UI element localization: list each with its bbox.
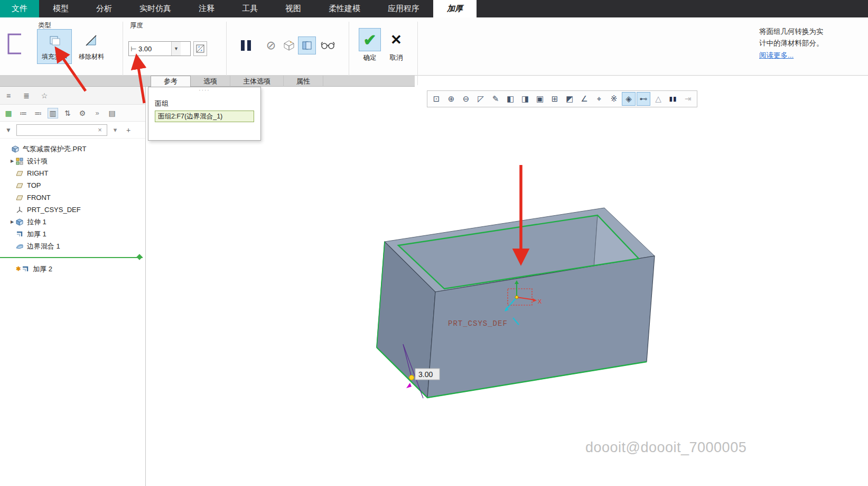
- zoom-region-icon[interactable]: ⊡: [430, 92, 443, 106]
- help-text: 将面组几何转换为实 计中的薄材料部分。 阅读更多...: [759, 26, 868, 61]
- preview-icon[interactable]: [298, 36, 316, 54]
- tree-filters-icon[interactable]: ⚙: [77, 108, 88, 118]
- cancel-label: 取消: [390, 53, 403, 62]
- new-feature-star-icon: ✱: [16, 265, 21, 272]
- thickness-input[interactable]: [138, 45, 171, 53]
- model-tree-icon[interactable]: ≡: [3, 90, 14, 101]
- cancel-button[interactable]: ✕ 取消: [385, 28, 408, 69]
- zoom-out-icon[interactable]: ⊖: [459, 92, 473, 106]
- feature-check-icon[interactable]: *: [280, 36, 298, 54]
- datum-plane-icon: [16, 170, 24, 177]
- expand-arrow-icon[interactable]: ▶: [8, 219, 16, 224]
- tree-root-part[interactable]: 气泵减震保护壳.PRT: [0, 143, 145, 155]
- pause-toolbar-icon[interactable]: ▮▮: [666, 92, 680, 106]
- list-compact-icon[interactable]: ≕: [33, 108, 43, 118]
- graphics-toolbar: ⊡ ⊕ ⊖ ◸ ✎ ◧ ◨ ▣ ⊞ ◩ ∠ ⌖ ※ ◈ ⊷ △ ▮▮ ⇥: [427, 90, 697, 107]
- panel-drag-handle[interactable]: ····: [148, 87, 260, 95]
- search-clear-icon[interactable]: ×: [95, 126, 105, 134]
- menu-tab-analysis[interactable]: 分析: [82, 0, 126, 17]
- thicken-icon: [16, 231, 24, 238]
- capture-icon[interactable]: ⊞: [548, 92, 562, 106]
- tree-item-right-plane[interactable]: RIGHT: [0, 167, 145, 179]
- tree-item-thicken-2[interactable]: ✱ 加厚 2: [0, 263, 145, 275]
- annotation-display-icon[interactable]: ⌖: [592, 92, 606, 106]
- csys-icon: [16, 206, 24, 214]
- menu-file[interactable]: 文件: [0, 0, 39, 17]
- read-more-link[interactable]: 阅读更多...: [759, 51, 794, 59]
- section-icon[interactable]: ◨: [518, 92, 532, 106]
- datum-display-icon[interactable]: ∠: [577, 92, 591, 106]
- group-separator: [417, 22, 418, 85]
- menu-tab-model[interactable]: 模型: [39, 0, 82, 17]
- tree-item-thicken-1[interactable]: 加厚 1: [0, 228, 145, 240]
- menu-tab-view[interactable]: 视图: [272, 0, 315, 17]
- menu-tab-tools[interactable]: 工具: [228, 0, 272, 17]
- thicken-dashboard: 类型 填充实体 移除材料 厚度 ⊢ ▼ ⊘ * ✔ 确定 ✕: [0, 17, 868, 76]
- tree-item-front-plane[interactable]: FRONT: [0, 191, 145, 204]
- list-detail-icon[interactable]: ≔: [18, 108, 29, 118]
- tree-search-box: ×: [16, 124, 107, 136]
- insertion-locator[interactable]: [0, 257, 143, 258]
- tree-item-boundary-blend-1[interactable]: 边界混合 1: [0, 240, 145, 252]
- thickness-dropdown-icon[interactable]: ▼: [171, 42, 181, 56]
- sort-icon[interactable]: ⇅: [62, 108, 73, 118]
- open-document-icon[interactable]: ▤: [107, 108, 117, 118]
- part-icon: [12, 145, 20, 153]
- dimension-handle: [409, 375, 414, 380]
- spin-center-icon[interactable]: ※: [607, 92, 621, 106]
- perspective-icon[interactable]: ◩: [563, 92, 576, 106]
- remove-material-label: 移除材料: [79, 52, 104, 61]
- ok-label: 确定: [363, 53, 377, 62]
- menu-tab-flexible-modeling[interactable]: 柔性建模: [315, 0, 374, 17]
- refit-icon[interactable]: ◸: [474, 92, 488, 106]
- more-chevron-icon[interactable]: »: [92, 108, 102, 118]
- tree-search-input[interactable]: [17, 126, 95, 134]
- help-line-2: 计中的薄材料部分。: [759, 38, 868, 49]
- expand-arrow-icon[interactable]: ▶: [8, 159, 16, 163]
- pause-bars: [241, 40, 251, 51]
- search-add-icon[interactable]: +: [123, 125, 134, 135]
- menu-tab-live-sim[interactable]: 实时仿真: [126, 0, 185, 17]
- thickness-field: ⊢ ▼: [128, 41, 191, 56]
- model-tree-panel: ≡ ≣ ☆ ▦ ≔ ≕ ▥ ⇅ ⚙ » ▤ ▼ × ▾ + 气泵减震保护壳.PR…: [0, 87, 146, 486]
- tree-item-extrude-1[interactable]: ▶ 拉伸 1: [0, 216, 145, 228]
- flip-side-button[interactable]: [193, 41, 207, 56]
- zoom-in-icon[interactable]: ⊕: [444, 92, 458, 106]
- glasses-icon[interactable]: [319, 36, 337, 54]
- view-normal-icon[interactable]: ⊷: [637, 92, 650, 106]
- menu-tab-applications[interactable]: 应用程序: [374, 0, 433, 17]
- layer-tree-icon[interactable]: ≣: [21, 90, 32, 101]
- graphics-area[interactable]: X PRT_CSYS_DEF 3.00: [146, 87, 868, 486]
- quilt-reference-field[interactable]: 面组2:F7(边界混合_1): [155, 111, 254, 122]
- tab-references[interactable]: 参考: [151, 76, 191, 87]
- view-manager-icon[interactable]: ▣: [533, 92, 547, 106]
- tab-options[interactable]: 选项: [191, 76, 230, 87]
- remove-material-button[interactable]: 移除材料: [74, 29, 109, 64]
- tree-item-csys[interactable]: PRT_CSYS_DEF: [0, 204, 145, 216]
- tree-item-design-items[interactable]: ▶ 设计项: [0, 155, 145, 167]
- tab-properties[interactable]: 属性: [284, 76, 323, 87]
- dimension-value: 3.00: [418, 370, 433, 379]
- axis-x-label: X: [538, 298, 542, 305]
- favorites-icon[interactable]: ☆: [39, 90, 50, 101]
- model-view: X PRT_CSYS_DEF 3.00: [146, 87, 868, 486]
- ok-button[interactable]: ✔ 确定: [358, 28, 381, 69]
- pause-icon[interactable]: [237, 36, 255, 54]
- orient-mode-icon[interactable]: ◈: [622, 92, 636, 106]
- appearance-icon[interactable]: ✎: [489, 92, 502, 106]
- tab-body-options[interactable]: 主体选项: [230, 76, 284, 87]
- show-icon[interactable]: ▦: [3, 108, 14, 118]
- filter-funnel-icon: ▼: [3, 125, 14, 135]
- display-style-icon[interactable]: ◧: [503, 92, 517, 106]
- columns-icon[interactable]: ▥: [48, 108, 58, 118]
- menu-tab-thicken-active[interactable]: 加厚: [433, 0, 477, 17]
- tree-item-top-plane[interactable]: TOP: [0, 179, 145, 191]
- search-dropdown-icon[interactable]: ▾: [110, 125, 120, 135]
- warning-icon[interactable]: △: [651, 92, 665, 106]
- datum-plane-icon: [16, 194, 24, 201]
- no-preview-icon[interactable]: ⊘: [262, 36, 280, 54]
- menu-tab-annotate[interactable]: 注释: [185, 0, 228, 17]
- tree-root-label: 气泵减震保护壳.PRT: [23, 144, 86, 154]
- datum-plane-icon: [16, 182, 24, 189]
- fill-solid-button[interactable]: 填充实体: [37, 29, 72, 64]
